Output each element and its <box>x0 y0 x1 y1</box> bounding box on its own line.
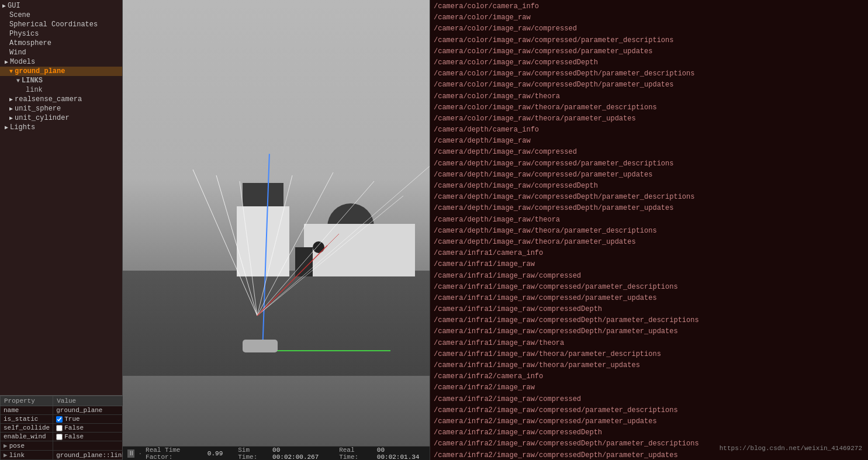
topic-item-2[interactable]: /camera/color/image_raw/compressed <box>434 23 864 34</box>
topic-item-7[interactable]: /camera/color/image_raw/compressedDepth/… <box>434 79 864 91</box>
topic-item-28[interactable]: /camera/infra1/image_raw/compressedDepth… <box>434 315 864 326</box>
prop-row-enable_wind[interactable]: enable_wind False <box>1 433 129 441</box>
topic-item-4[interactable]: /camera/color/image_raw/compressed/param… <box>434 46 864 57</box>
topic-item-26[interactable]: /camera/infra1/image_raw/compressed/para… <box>434 293 864 304</box>
topic-item-13[interactable]: /camera/depth/image_raw/compressed <box>434 147 864 158</box>
topic-item-27[interactable]: /camera/infra1/image_raw/compressedDepth <box>434 304 864 315</box>
spherical-coords-label: Spherical Coordinates <box>9 20 98 29</box>
topic-item-16[interactable]: /camera/depth/image_raw/compressedDepth <box>434 181 864 192</box>
topic-item-40[interactable]: /camera/infra2/image_raw/compressedDepth… <box>434 450 864 461</box>
pause-button[interactable]: ⏸ <box>127 449 134 458</box>
topic-item-15[interactable]: /camera/depth/image_raw/compressed/param… <box>434 170 864 181</box>
checkbox-self_collide[interactable] <box>56 425 63 431</box>
svg-line-6 <box>257 196 403 316</box>
topic-item-36[interactable]: /camera/infra2/image_raw/compressed/para… <box>434 405 864 416</box>
svg-line-9 <box>257 234 339 316</box>
tree-link[interactable]: link <box>0 85 122 95</box>
topic-item-31[interactable]: /camera/infra1/image_raw/theora/paramete… <box>434 349 864 360</box>
prop-val-enable_wind[interactable]: False <box>53 433 129 441</box>
topic-item-14[interactable]: /camera/depth/image_raw/compressed/param… <box>434 158 864 170</box>
tree-models[interactable]: ▶ Models <box>0 57 122 67</box>
tree-scene[interactable]: Scene <box>0 11 122 20</box>
topic-item-8[interactable]: /camera/color/image_raw/theora <box>434 91 864 102</box>
scene-container <box>123 0 430 446</box>
topic-item-3[interactable]: /camera/color/image_raw/compressed/param… <box>434 35 864 46</box>
prop-key-link: ▶link <box>1 451 53 460</box>
topic-item-24[interactable]: /camera/infra1/image_raw/compressed <box>434 271 864 282</box>
prop-key-name: name <box>1 406 53 415</box>
sim-time-label: Sim Time: <box>238 447 269 461</box>
sim-time-value: 00 00:02:00.267 <box>272 447 324 461</box>
topic-item-21[interactable]: /camera/depth/image_raw/theora/parameter… <box>434 237 864 248</box>
props-tbody: nameground_planeis_static Trueself_colli… <box>1 406 129 460</box>
scene-tree: ▶ GUI Scene Spherical Coordinates Physic… <box>0 0 122 395</box>
topic-item-19[interactable]: /camera/depth/image_raw/theora <box>434 215 864 226</box>
atmosphere-label: Atmosphere <box>9 39 51 47</box>
topics-panel[interactable]: /camera/color/camera_info/camera/color/i… <box>430 0 868 460</box>
topic-item-33[interactable]: /camera/infra2/camera_info <box>434 371 864 382</box>
prop-row-pose[interactable]: ▶pose <box>1 441 129 451</box>
viewport-container: ⏸ · Real Time Factor: 0.99 Sim Time: 00 … <box>123 0 430 460</box>
prop-val-link[interactable]: ground_plane::link <box>53 451 129 460</box>
topic-item-35[interactable]: /camera/infra2/image_raw/compressed <box>434 394 864 405</box>
tree-atmosphere[interactable]: Atmosphere <box>0 39 122 48</box>
prop-header-value: Value <box>53 396 129 406</box>
topic-item-17[interactable]: /camera/depth/image_raw/compressedDepth/… <box>434 192 864 203</box>
topic-item-0[interactable]: /camera/color/camera_info <box>434 1 864 12</box>
prop-row-link[interactable]: ▶linkground_plane::link <box>1 451 129 460</box>
real-time-label: Real Time: <box>339 447 374 461</box>
topic-item-5[interactable]: /camera/color/image_raw/compressedDepth <box>434 57 864 68</box>
topic-item-9[interactable]: /camera/color/image_raw/theora/parameter… <box>434 102 864 113</box>
prop-header-property: Property <box>1 396 53 406</box>
topic-item-23[interactable]: /camera/infra1/image_raw <box>434 259 864 270</box>
topic-item-34[interactable]: /camera/infra2/image_raw <box>434 382 864 393</box>
prop-row-name[interactable]: nameground_plane <box>1 406 129 415</box>
ground-plane-label: ground_plane <box>15 67 65 75</box>
topic-item-30[interactable]: /camera/infra1/image_raw/theora <box>434 338 864 349</box>
tree-links[interactable]: ▼ LINKS <box>0 76 122 85</box>
pause-icon: ⏸ <box>128 449 134 457</box>
topic-item-38[interactable]: /camera/infra2/image_raw/compressedDepth <box>434 427 864 438</box>
checkbox-is_static[interactable] <box>56 416 63 423</box>
realsense-camera-label: realsense_camera <box>15 95 82 103</box>
3d-viewport[interactable] <box>123 0 430 446</box>
prop-key-pose: ▶pose <box>1 441 53 451</box>
topic-item-25[interactable]: /camera/infra1/image_raw/compressed/para… <box>434 282 864 293</box>
properties-table: Property Value nameground_planeis_static… <box>0 396 129 460</box>
topic-item-11[interactable]: /camera/depth/camera_info <box>434 124 864 136</box>
svg-line-1 <box>216 175 257 316</box>
ray-lines-svg <box>123 0 430 446</box>
links-label: LINKS <box>22 77 43 85</box>
topic-item-22[interactable]: /camera/infra1/camera_info <box>434 248 864 259</box>
tree-physics[interactable]: Physics <box>0 29 122 39</box>
topic-item-39[interactable]: /camera/infra2/image_raw/compressedDepth… <box>434 438 864 449</box>
tree-spherical-coords[interactable]: Spherical Coordinates <box>0 20 122 29</box>
topic-item-32[interactable]: /camera/infra1/image_raw/theora/paramete… <box>434 360 864 371</box>
prop-val-pose[interactable] <box>53 441 129 451</box>
tree-gui[interactable]: ▶ GUI <box>0 1 122 11</box>
topic-item-37[interactable]: /camera/infra2/image_raw/compressed/para… <box>434 416 864 427</box>
unit-cylinder-label: unit_cylinder <box>15 114 70 122</box>
topic-item-10[interactable]: /camera/color/image_raw/theora/parameter… <box>434 113 864 124</box>
prop-row-self_collide[interactable]: self_collide False <box>1 424 129 433</box>
prop-val-is_static[interactable]: True <box>53 415 129 424</box>
topic-item-29[interactable]: /camera/infra1/image_raw/compressedDepth… <box>434 326 864 337</box>
tree-lights[interactable]: ▶ Lights <box>0 123 122 132</box>
topic-item-1[interactable]: /camera/color/image_raw <box>434 12 864 23</box>
tree-unit-cylinder[interactable]: ▶ unit_cylinder <box>0 113 122 123</box>
prop-row-is_static[interactable]: is_static True <box>1 415 129 424</box>
prop-val-self_collide[interactable]: False <box>53 424 129 433</box>
scene-label: Scene <box>9 11 30 19</box>
wind-label: Wind <box>9 49 26 57</box>
tree-unit-sphere[interactable]: ▶ unit_sphere <box>0 104 122 113</box>
tree-ground-plane[interactable]: ▼ ground_plane <box>0 67 122 76</box>
topic-item-6[interactable]: /camera/color/image_raw/compressedDepth/… <box>434 68 864 79</box>
tree-wind[interactable]: Wind <box>0 48 122 57</box>
prop-key-self_collide: self_collide <box>1 424 53 433</box>
robot-base <box>243 340 278 352</box>
tree-realsense-camera[interactable]: ▶ realsense_camera <box>0 95 122 104</box>
checkbox-enable_wind[interactable] <box>56 434 63 440</box>
topic-item-12[interactable]: /camera/depth/image_raw <box>434 136 864 147</box>
topic-item-20[interactable]: /camera/depth/image_raw/theora/parameter… <box>434 226 864 237</box>
topic-item-18[interactable]: /camera/depth/image_raw/compressedDepth/… <box>434 203 864 214</box>
